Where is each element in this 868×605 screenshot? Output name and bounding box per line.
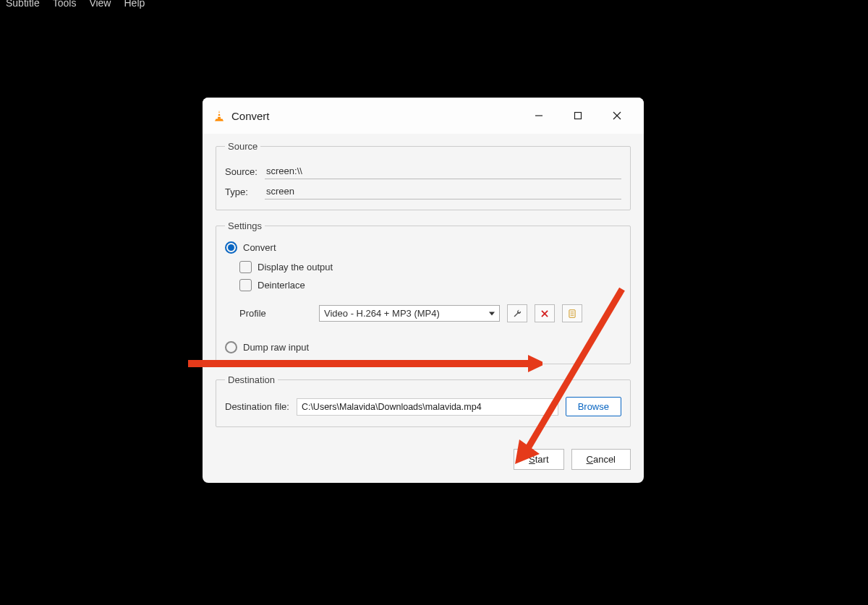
svg-rect-0	[218, 113, 221, 114]
menu-view[interactable]: View	[89, 0, 111, 9]
destination-file-label: Destination file:	[225, 401, 289, 412]
x-icon	[540, 309, 550, 319]
destination-legend: Destination	[225, 374, 278, 385]
new-profile-button[interactable]	[562, 304, 582, 322]
type-value: screen	[265, 184, 621, 199]
menu-help[interactable]: Help	[124, 0, 145, 9]
menu-subtitle[interactable]: Subtitle	[6, 0, 40, 9]
deinterlace-checkbox[interactable]	[239, 279, 252, 291]
settings-legend: Settings	[225, 220, 265, 231]
source-legend: Source	[225, 141, 260, 152]
document-icon	[567, 309, 577, 319]
dump-raw-label: Dump raw input	[243, 342, 309, 353]
start-button[interactable]: Start	[514, 449, 563, 470]
convert-radio-label: Convert	[243, 242, 276, 253]
delete-profile-button[interactable]	[535, 304, 555, 322]
edit-profile-button[interactable]	[507, 304, 527, 322]
source-value[interactable]: screen:\\	[265, 163, 621, 179]
cancel-button[interactable]: Cancel	[571, 449, 631, 470]
convert-radio[interactable]	[225, 241, 237, 254]
profile-dropdown[interactable]: Video - H.264 + MP3 (MP4)	[319, 305, 500, 322]
source-label: Source:	[225, 166, 265, 177]
source-group: Source Source: screen:\\ Type: screen	[216, 141, 631, 210]
profile-label: Profile	[239, 308, 312, 319]
dump-raw-radio[interactable]	[225, 341, 237, 353]
menu-tools[interactable]: Tools	[53, 0, 77, 9]
type-label: Type:	[225, 186, 265, 197]
profile-value: Video - H.264 + MP3 (MP4)	[324, 308, 440, 319]
close-button[interactable]	[600, 105, 634, 126]
settings-group: Settings Convert Display the output Dein…	[216, 220, 631, 364]
svg-rect-1	[218, 116, 221, 117]
maximize-button[interactable]	[561, 105, 595, 126]
display-output-checkbox[interactable]	[239, 261, 252, 273]
deinterlace-label: Deinterlace	[258, 280, 305, 291]
destination-group: Destination Destination file: Browse	[216, 374, 631, 427]
svg-rect-3	[575, 113, 582, 119]
display-output-label: Display the output	[258, 262, 333, 273]
wrench-icon	[512, 309, 522, 319]
app-menubar: Subtitle Tools View Help	[6, 0, 145, 9]
titlebar: Convert	[203, 98, 644, 134]
convert-dialog: Convert Source Source: screen:\\ Type: s…	[203, 98, 644, 483]
browse-button[interactable]: Browse	[566, 397, 621, 416]
vlc-cone-icon	[213, 109, 226, 122]
dialog-title: Convert	[231, 110, 522, 122]
minimize-button[interactable]	[522, 105, 556, 126]
destination-file-input[interactable]	[297, 398, 558, 416]
